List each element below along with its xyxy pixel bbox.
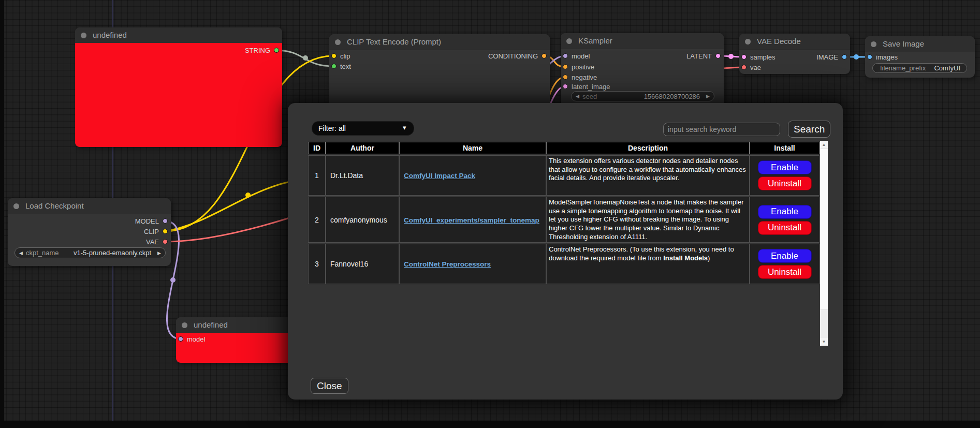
- table-header-row: ID Author Name Description Install: [308, 142, 820, 154]
- seed-widget-value: 156680208700286: [644, 93, 700, 100]
- close-button[interactable]: Close: [311, 378, 348, 394]
- input-label-clip: clip: [340, 52, 350, 60]
- header-name: Name: [399, 142, 546, 154]
- output-slot-conditioning-dot[interactable]: [542, 53, 547, 58]
- output-label-string: STRING: [245, 47, 270, 54]
- node-collapse-dot-icon[interactable]: [745, 39, 751, 45]
- link-midpoint-dot[interactable]: [728, 54, 734, 59]
- input-label-samples: samples: [750, 53, 775, 61]
- node-undefined-top[interactable]: undefined STRING: [75, 27, 282, 147]
- input-slot-text-dot[interactable]: [331, 64, 337, 69]
- scroll-down-icon[interactable]: ▼: [820, 338, 828, 346]
- output-slot-clip-dot[interactable]: [163, 229, 168, 234]
- extension-row: 2 comfyanonymous ComfyUI_experiments/sam…: [308, 197, 820, 243]
- enable-button[interactable]: Enable: [758, 160, 812, 174]
- link-midpoint-dot[interactable]: [245, 193, 251, 198]
- cell-author: Dr.Lt.Data: [326, 155, 399, 196]
- table-scrollbar[interactable]: ▲ ▼: [820, 141, 828, 346]
- ckpt-name-value: v1-5-pruned-emaonly.ckpt: [74, 249, 151, 257]
- input-slot-model-dot[interactable]: [563, 53, 568, 58]
- extension-table: ID Author Name Description Install 1 Dr.…: [308, 141, 820, 285]
- extension-link[interactable]: ComfyUI Impact Pack: [404, 172, 475, 180]
- extension-link[interactable]: ControlNet Preprocessors: [404, 260, 491, 268]
- cell-author: comfyanonymous: [326, 197, 399, 243]
- input-slot-clip-dot[interactable]: [331, 53, 337, 58]
- output-label-latent: LATENT: [686, 52, 712, 60]
- enable-button[interactable]: Enable: [758, 249, 812, 263]
- input-slot-model-dot[interactable]: [178, 336, 183, 342]
- input-label-vae: vae: [750, 64, 761, 71]
- output-slot-string-dot[interactable]: [274, 48, 279, 53]
- cell-install: Enable Uninstall: [750, 155, 820, 196]
- extension-link[interactable]: ComfyUI_experiments/sampler_tonemap: [404, 216, 539, 224]
- output-slot-vae-dot[interactable]: [163, 239, 168, 244]
- node-body: [75, 43, 282, 147]
- link-midpoint-dot[interactable]: [854, 54, 859, 60]
- input-slot-latent-image-dot[interactable]: [563, 84, 568, 89]
- search-button[interactable]: Search: [788, 121, 830, 138]
- enable-button[interactable]: Enable: [758, 205, 812, 219]
- header-author: Author: [326, 142, 399, 154]
- extension-table-body: 1 Dr.Lt.Data ComfyUI Impact Pack This ex…: [308, 155, 820, 284]
- seed-widget[interactable]: ◀ seed 156680208700286 ▶: [571, 91, 714, 101]
- output-label-vae: VAE: [146, 238, 159, 246]
- output-label-clip: CLIP: [144, 228, 159, 235]
- header-description: Description: [546, 142, 750, 154]
- decrement-arrow-icon[interactable]: ◀: [19, 250, 23, 256]
- node-header[interactable]: Load Checkpoint: [8, 198, 171, 214]
- search-input[interactable]: [663, 123, 780, 136]
- node-collapse-dot-icon[interactable]: [335, 39, 341, 45]
- scroll-up-icon[interactable]: ▲: [820, 141, 828, 149]
- output-slot-image-dot[interactable]: [842, 54, 847, 60]
- node-vae-decode[interactable]: VAE Decode samples vae IMAGE: [739, 34, 850, 74]
- node-clip-text-encode[interactable]: CLIP Text Encode (Prompt) clip text COND…: [329, 34, 550, 114]
- node-collapse-dot-icon[interactable]: [871, 41, 876, 47]
- uninstall-button[interactable]: Uninstall: [758, 176, 812, 190]
- node-header[interactable]: undefined: [75, 27, 282, 43]
- input-slot-images-dot[interactable]: [867, 54, 872, 60]
- extension-row: 3 Fannovel16 ControlNet Preprocessors Co…: [308, 244, 820, 284]
- node-save-image[interactable]: Save Image images filename_prefix ComfyU…: [865, 36, 975, 78]
- node-title: VAE Decode: [739, 34, 850, 49]
- filename-prefix-label: filename_prefix: [880, 64, 926, 72]
- decrement-arrow-icon[interactable]: ◀: [576, 94, 579, 99]
- filename-prefix-widget[interactable]: filename_prefix ComfyUI: [872, 63, 967, 73]
- node-collapse-dot-icon[interactable]: [566, 38, 572, 44]
- node-header[interactable]: Save Image: [865, 36, 975, 52]
- uninstall-button[interactable]: Uninstall: [758, 265, 812, 279]
- input-slot-samples-dot[interactable]: [741, 54, 747, 60]
- input-slot-vae-dot[interactable]: [741, 65, 747, 70]
- node-collapse-dot-icon[interactable]: [182, 322, 187, 328]
- link-midpoint-dot[interactable]: [303, 55, 308, 61]
- input-label-model: model: [187, 335, 205, 343]
- link-midpoint-dot[interactable]: [170, 277, 175, 283]
- node-title: Save Image: [865, 36, 975, 52]
- output-label-image: IMAGE: [816, 53, 838, 61]
- input-label-latent-image: latent_image: [572, 83, 610, 91]
- output-slot-latent-dot[interactable]: [715, 53, 721, 58]
- ckpt-name-widget[interactable]: ◀ ckpt_name v1-5-pruned-emaonly.ckpt ▶: [14, 247, 166, 258]
- node-collapse-dot-icon[interactable]: [81, 33, 86, 38]
- input-slot-negative-dot[interactable]: [563, 75, 568, 80]
- node-load-checkpoint[interactable]: Load Checkpoint MODEL CLIP VAE ◀ ckpt_na…: [8, 198, 171, 266]
- increment-arrow-icon[interactable]: ▶: [157, 250, 161, 256]
- output-label-model: MODEL: [135, 217, 159, 225]
- input-slot-positive-dot[interactable]: [563, 64, 568, 69]
- output-slot-model-dot[interactable]: [163, 218, 168, 224]
- cell-id: 1: [308, 155, 326, 196]
- graph-canvas[interactable]: undefined STRING CLIP Text Encode (Promp…: [0, 0, 980, 428]
- node-header[interactable]: CLIP Text Encode (Prompt): [329, 34, 550, 50]
- cell-id: 2: [308, 197, 326, 243]
- filter-select[interactable]: Filter: all: [312, 121, 414, 136]
- input-label-negative: negative: [572, 73, 597, 81]
- node-title: CLIP Text Encode (Prompt): [329, 34, 550, 50]
- node-ksampler[interactable]: KSampler model positive negative latent_…: [561, 33, 724, 111]
- uninstall-button[interactable]: Uninstall: [758, 221, 812, 235]
- node-header[interactable]: KSampler: [561, 33, 724, 49]
- increment-arrow-icon[interactable]: ▶: [706, 94, 710, 99]
- node-header[interactable]: VAE Decode: [739, 34, 850, 50]
- cell-id: 3: [308, 244, 326, 284]
- scrollbar-thumb[interactable]: [820, 149, 828, 310]
- node-collapse-dot-icon[interactable]: [13, 203, 19, 209]
- cell-install: Enable Uninstall: [750, 244, 820, 284]
